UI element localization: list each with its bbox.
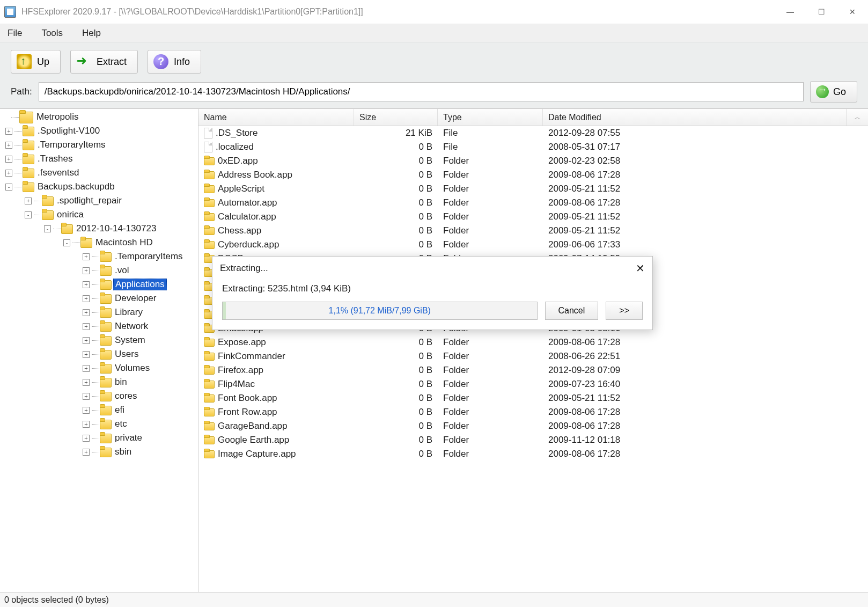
file-row[interactable]: Google Earth.app0 BFolder2009-11-12 01:1… (198, 433, 868, 447)
expand-icon[interactable]: + (83, 421, 90, 428)
collapse-icon[interactable]: - (63, 239, 70, 246)
file-row[interactable]: Cyberduck.app0 BFolder2009-06-06 17:33 (198, 238, 868, 252)
tree-item[interactable]: +.TemporaryItems (0, 250, 198, 264)
expand-icon[interactable]: + (83, 449, 90, 456)
tree-item[interactable]: +bin (0, 375, 198, 389)
collapse-icon[interactable]: - (25, 211, 32, 218)
expand-icon[interactable]: + (5, 156, 12, 163)
tree-item[interactable]: +System (0, 333, 198, 347)
file-row[interactable]: GarageBand.app0 BFolder2009-08-06 17:28 (198, 419, 868, 433)
file-size: 0 B (354, 407, 438, 418)
folder-icon (204, 227, 215, 235)
extract-button[interactable]: Extract (70, 50, 138, 74)
expand-icon[interactable]: + (83, 323, 90, 330)
expand-icon[interactable]: + (83, 393, 90, 400)
folder-icon (100, 448, 111, 456)
tree-item[interactable]: -Backups.backupdb (0, 180, 198, 194)
expand-icon[interactable]: + (25, 198, 32, 204)
dialog-close-icon[interactable]: ✕ (636, 262, 645, 275)
tree-item[interactable]: +efi (0, 403, 198, 417)
col-type[interactable]: Type (438, 109, 543, 126)
expand-icon[interactable]: + (83, 295, 90, 302)
tree-pane[interactable]: Metropolis+.Spotlight-V100+.TemporaryIte… (0, 109, 198, 592)
minimize-button[interactable]: — (775, 0, 806, 24)
tree-item[interactable]: +Users (0, 347, 198, 361)
more-button[interactable]: >> (606, 302, 643, 320)
tree-item[interactable]: +Volumes (0, 361, 198, 375)
expand-icon[interactable]: + (83, 309, 90, 316)
expand-icon[interactable]: + (5, 170, 12, 177)
folder-icon (204, 213, 215, 221)
close-button[interactable]: ✕ (837, 0, 868, 24)
file-row[interactable]: Automator.app0 BFolder2009-08-06 17:28 (198, 196, 868, 210)
tree-item[interactable]: +.TemporaryItems (0, 138, 198, 152)
tree-item[interactable]: -onirica (0, 208, 198, 222)
folder-icon (61, 224, 72, 233)
file-size: 0 B (354, 449, 438, 459)
tree-item[interactable]: +.Spotlight-V100 (0, 124, 198, 138)
menu-tools[interactable]: Tools (37, 26, 67, 41)
col-size[interactable]: Size (354, 109, 438, 126)
expand-icon[interactable]: + (5, 142, 12, 149)
expand-icon[interactable]: + (83, 253, 90, 260)
file-row[interactable]: Font Book.app0 BFolder2009-05-21 11:52 (198, 391, 868, 405)
path-input[interactable] (39, 82, 804, 101)
tree-item[interactable]: +.Trashes (0, 152, 198, 166)
file-row[interactable]: .DS_Store21 KiBFile2012-09-28 07:55 (198, 126, 868, 140)
collapse-icon[interactable]: - (44, 225, 51, 232)
menu-help[interactable]: Help (78, 26, 105, 41)
expand-icon[interactable]: + (83, 337, 90, 344)
file-row[interactable]: Address Book.app0 BFolder2009-08-06 17:2… (198, 168, 868, 182)
file-type: Folder (438, 198, 543, 208)
file-row[interactable]: Flip4Mac0 BFolder2009-07-23 16:40 (198, 377, 868, 391)
tree-item[interactable]: +.spotlight_repair (0, 194, 198, 208)
file-row[interactable]: .localized0 BFile2008-05-31 07:17 (198, 140, 868, 154)
file-row[interactable]: Expose.app0 BFolder2009-08-06 17:28 (198, 335, 868, 349)
file-row[interactable]: Calculator.app0 BFolder2009-05-21 11:52 (198, 210, 868, 224)
menu-file[interactable]: File (3, 26, 26, 41)
tree-item[interactable]: +Developer (0, 291, 198, 305)
tree-item[interactable]: +sbin (0, 445, 198, 459)
col-date[interactable]: Date Modified (543, 109, 847, 126)
col-name[interactable]: Name (198, 109, 354, 126)
expand-icon[interactable]: + (5, 128, 12, 135)
file-row[interactable]: AppleScript0 BFolder2009-05-21 11:52 (198, 182, 868, 196)
tree-item[interactable]: +private (0, 431, 198, 445)
expand-icon[interactable]: + (83, 351, 90, 358)
up-button[interactable]: Up (11, 50, 61, 74)
tree-item[interactable]: +.fseventsd (0, 166, 198, 180)
file-row[interactable]: Chess.app0 BFolder2009-05-21 11:52 (198, 224, 868, 238)
go-button[interactable]: Go (810, 81, 857, 103)
file-row[interactable]: Image Capture.app0 BFolder2009-08-06 17:… (198, 447, 868, 461)
file-pane[interactable]: Name Size Type Date Modified ︿ .DS_Store… (198, 109, 868, 592)
expand-icon[interactable]: + (83, 379, 90, 386)
tree-item[interactable]: +etc (0, 417, 198, 431)
tree-item[interactable]: +Applications (0, 277, 198, 291)
file-row[interactable]: FinkCommander0 BFolder2008-06-26 22:51 (198, 349, 868, 363)
expand-icon[interactable]: + (83, 365, 90, 372)
expand-icon[interactable]: + (83, 435, 90, 442)
expand-icon[interactable]: + (83, 281, 90, 288)
file-row[interactable]: Firefox.app0 BFolder2012-09-28 07:09 (198, 363, 868, 377)
tree-item[interactable]: +.vol (0, 264, 198, 277)
file-name: Cyberduck.app (218, 239, 279, 250)
cancel-button[interactable]: Cancel (545, 302, 599, 320)
tree-item[interactable]: Metropolis (0, 110, 198, 124)
progress-fill (223, 302, 226, 319)
tree-item[interactable]: +cores (0, 389, 198, 403)
maximize-button[interactable]: ☐ (806, 0, 837, 24)
file-row[interactable]: Front Row.app0 BFolder2009-08-06 17:28 (198, 405, 868, 419)
collapse-icon[interactable]: - (5, 184, 12, 191)
tree-item[interactable]: -Macintosh HD (0, 236, 198, 250)
file-row[interactable]: 0xED.app0 BFolder2009-02-23 02:58 (198, 154, 868, 168)
tree-item[interactable]: +Library (0, 305, 198, 319)
sort-indicator[interactable]: ︿ (847, 113, 868, 121)
up-label: Up (37, 56, 49, 68)
tree-item[interactable]: +Network (0, 319, 198, 333)
folder-icon (204, 241, 215, 249)
tree-item[interactable]: -2012-10-14-130723 (0, 222, 198, 236)
tree-label: Network (113, 321, 150, 332)
expand-icon[interactable]: + (83, 407, 90, 414)
info-button[interactable]: Info (148, 50, 201, 74)
expand-icon[interactable]: + (83, 267, 90, 274)
